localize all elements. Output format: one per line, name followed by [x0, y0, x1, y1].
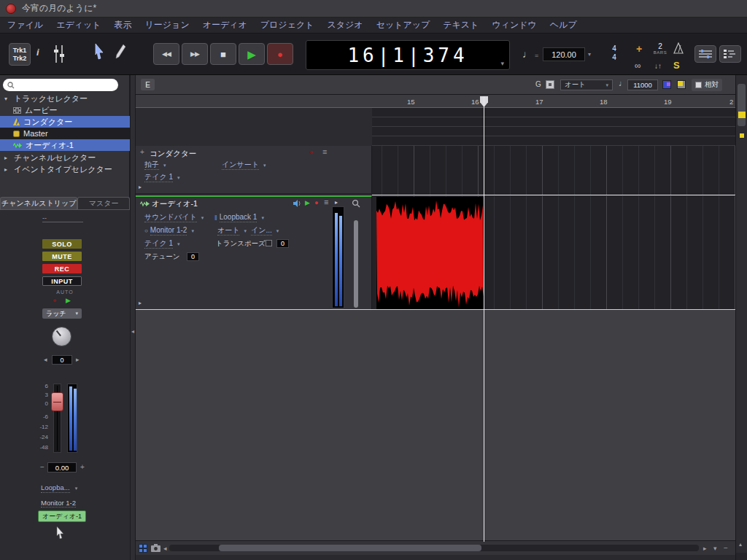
tree-item-conductor[interactable]: コンダクター — [0, 116, 130, 128]
meter-dropdown[interactable]: 拍子 ▾ — [144, 160, 166, 170]
relative-checkbox[interactable] — [695, 82, 702, 88]
conductor-lanes-grid[interactable] — [372, 108, 735, 146]
relative-toggle[interactable]: 相対 — [692, 79, 722, 91]
grid-snap-checkbox[interactable] — [546, 80, 554, 89]
vertical-scroll-thumb[interactable] — [738, 84, 746, 126]
conductor-track-header[interactable]: + コンダクター ● ≡ 拍子 ▾ インサート ▾ テイク 1 ▾ ▸ — [136, 146, 372, 194]
tree-item-audio-1[interactable]: オーディオ-1 — [0, 139, 130, 151]
menu-view[interactable]: 表示 — [115, 19, 132, 31]
splitter-collapse-icon[interactable]: ◂ — [131, 329, 134, 335]
zoom-menu-icon[interactable]: ▾ — [713, 545, 717, 552]
zoom-minus-icon[interactable]: − — [724, 545, 728, 552]
move-handle-icon[interactable]: + — [140, 149, 144, 156]
tree-header-channel-selector[interactable]: ▸ チャンネルセレクター — [0, 152, 130, 163]
volume-value-field[interactable]: 0.00 — [47, 462, 77, 472]
expand-icon[interactable]: ▸ — [4, 166, 10, 173]
menu-studio[interactable]: スタジオ — [327, 19, 363, 31]
transpose-checkbox[interactable] — [266, 240, 272, 246]
add-marker-icon[interactable]: + — [636, 43, 642, 55]
conductor-track-grid[interactable] — [372, 146, 735, 195]
rewind-button[interactable]: ◀◀ — [153, 43, 179, 65]
cursor-tool-icon[interactable] — [55, 526, 66, 540]
speaker-icon[interactable] — [293, 200, 302, 207]
soundbite-dropdown[interactable]: サウンドバイト ▾ — [144, 213, 204, 222]
audio-clip[interactable] — [376, 197, 484, 309]
counter-dropdown-icon[interactable]: ▾ — [500, 60, 504, 67]
attenuation-value-field[interactable]: 0 — [187, 252, 199, 261]
audio-input-dropdown[interactable]: ○ Monitor 1-2 ▾ — [144, 226, 194, 236]
conductor-menu-icon[interactable]: ≡ — [322, 148, 327, 156]
scroll-left-icon[interactable]: ◂ — [163, 545, 167, 552]
menu-help[interactable]: ヘルプ — [550, 19, 577, 31]
grid-value-field[interactable]: 11000 — [627, 79, 658, 90]
rec-button[interactable]: REC — [42, 264, 82, 273]
menu-file[interactable]: ファイル — [7, 19, 43, 31]
audio-track-name[interactable]: オーディオ-1 — [152, 199, 198, 209]
automation-mode-dropdown[interactable]: ラッチ ▾ — [42, 308, 82, 319]
zoom-out-h-icon[interactable]: ▸ — [703, 545, 707, 552]
record-button[interactable]: ● — [267, 43, 293, 65]
pan-right-icon[interactable]: ▸ — [76, 357, 80, 363]
horizontal-scrollbar[interactable] — [169, 545, 699, 551]
conductor-track-name[interactable]: コンダクター — [150, 149, 196, 159]
solo-button[interactable]: SOLO — [42, 239, 82, 249]
volume-minus-icon[interactable]: − — [40, 464, 44, 471]
tree-header-event-type-selector[interactable]: ▸ イベントタイプセレクター — [0, 163, 130, 175]
conductor-record-icon[interactable]: ● — [309, 149, 313, 156]
mixer-window-button[interactable] — [694, 45, 716, 63]
strip-name-field[interactable]: -- — [42, 214, 83, 222]
sidebar-splitter[interactable]: ◂ — [130, 75, 136, 560]
pan-left-icon[interactable]: ◂ — [44, 357, 47, 363]
mute-button[interactable]: MUTE — [42, 252, 82, 261]
search-box[interactable] — [3, 79, 118, 91]
volume-fader-cap[interactable] — [51, 392, 63, 411]
tree-item-master[interactable]: Master — [0, 128, 130, 139]
input-button[interactable]: INPUT — [42, 276, 82, 286]
horizontal-scroll-thumb[interactable] — [219, 545, 481, 551]
measure-ruler[interactable]: 15 16 17 18 19 2 — [136, 95, 735, 108]
output-assign-dropdown[interactable]: Loopba... ▾ — [41, 483, 77, 493]
menu-setup[interactable]: セットアップ — [376, 19, 430, 31]
search-input[interactable] — [18, 81, 105, 89]
tempo-field[interactable]: 120.00 — [543, 47, 585, 61]
transpose-value-field[interactable]: 0 — [276, 239, 289, 248]
arrow-tool-icon[interactable] — [93, 43, 105, 61]
menu-text[interactable]: テキスト — [443, 19, 479, 31]
track-play-icon[interactable]: ▶ — [305, 200, 310, 206]
audio-output-dropdown[interactable]: ‖ Loopback 1 ▾ — [214, 213, 264, 222]
bars-indicator[interactable]: 2 BARS — [651, 42, 669, 55]
time-counter-display[interactable]: 16|1|374 ▾ — [306, 40, 510, 70]
slave-sync-button[interactable]: S — [673, 60, 680, 71]
edit-layer-yellow-icon[interactable] — [677, 80, 686, 89]
collapse-icon[interactable]: ▾ — [4, 96, 10, 102]
audio-expand-icon[interactable]: ▸ — [139, 300, 142, 306]
volume-plus-icon[interactable]: + — [80, 464, 85, 471]
input-assign-dropdown[interactable]: Monitor 1-2 — [41, 498, 76, 508]
pan-value-field[interactable]: 0 — [52, 355, 72, 365]
conductor-take-dropdown[interactable]: テイク 1 ▾ — [144, 173, 180, 182]
expand-icon[interactable]: ▸ — [4, 155, 10, 161]
grid-view-icon[interactable] — [139, 544, 147, 553]
tree-item-movie[interactable]: ムービー — [0, 104, 130, 116]
time-signature[interactable]: 4 4 — [608, 44, 620, 62]
grid-auto-dropdown[interactable]: オート ▾ — [560, 79, 613, 90]
track-height-scrollbar[interactable] — [354, 220, 358, 308]
memory-cycle-icon[interactable]: ∞ — [635, 61, 641, 71]
stop-button[interactable]: ■ — [210, 43, 236, 65]
menu-edit[interactable]: エディット — [56, 19, 101, 31]
vertical-scrollbar[interactable]: ▴ — [735, 75, 747, 560]
menu-project[interactable]: プロジェクト — [260, 19, 314, 31]
auto-play-icon[interactable]: ▶ — [66, 298, 71, 304]
menu-region[interactable]: リージョン — [145, 19, 190, 31]
channel-strip-tool-icon[interactable] — [53, 44, 66, 64]
marker-dot-yellow[interactable] — [740, 133, 744, 138]
audio-auto-dropdown[interactable]: オート ▾ — [217, 226, 247, 236]
track-record-icon[interactable]: ● — [314, 200, 318, 206]
edit-layer-blue-icon[interactable] — [662, 80, 671, 89]
track-select-button[interactable]: オーディオ-1 — [38, 510, 86, 522]
conductor-expand-icon[interactable]: ▸ — [139, 184, 142, 190]
menu-window[interactable]: ウィンドウ — [492, 19, 536, 31]
tree-header-track-selector[interactable]: ▾ トラックセレクター — [0, 93, 130, 104]
edit-mode-button[interactable]: E — [141, 79, 155, 90]
audio-track-header[interactable]: オーディオ-1 ▶ ● ≡ ▸ サウンドバイト ▾ ‖ Loopback 1 ▾… — [136, 195, 372, 310]
